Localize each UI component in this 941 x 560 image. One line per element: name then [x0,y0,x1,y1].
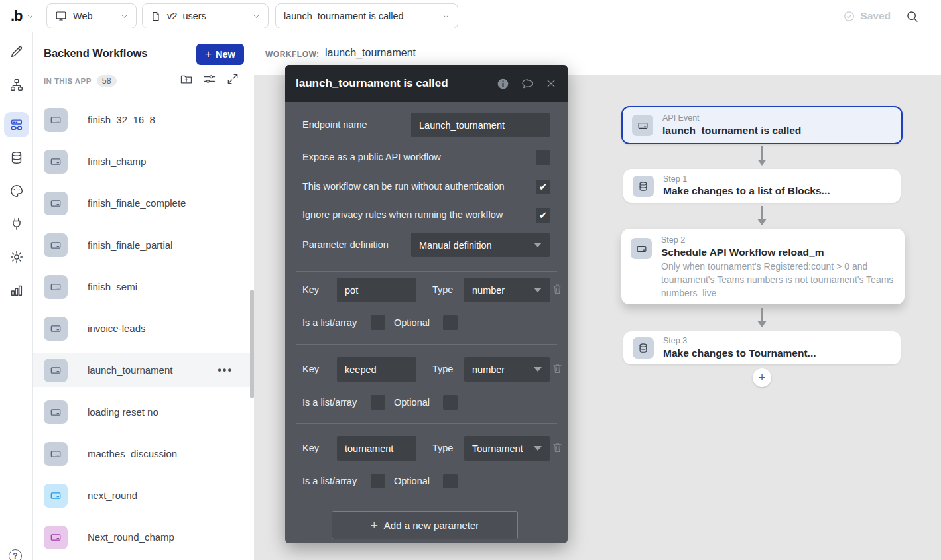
plugins-plug-icon[interactable] [4,211,29,237]
param-key-label: Key [302,284,319,295]
workflow-header-label: WORKFLOW: [265,50,320,59]
styles-palette-icon[interactable] [4,178,29,203]
param-type-select[interactable]: number [464,278,550,302]
topbar-divider [934,7,934,25]
param-key-label: Key [302,364,319,374]
workflow-header-name: launch_tournament [325,47,416,59]
api-workflow-icon [44,359,68,382]
workflow-item-label: loading reset no [88,406,158,418]
rail-separator [5,105,28,105]
workflow-sitemap-icon[interactable] [4,72,29,97]
workflow-item-label: finish_champ [88,156,146,167]
workflow-item-label: launch_tournament [88,364,172,376]
add-folder-icon[interactable] [180,72,193,85]
param-type-label: Type [432,364,453,374]
parameter-definition-select[interactable]: Manual definition [411,233,550,257]
ellipsis-menu-icon[interactable]: ••• [218,364,233,376]
logs-chart-icon[interactable] [4,278,29,303]
endpoint-name-label: Endpoint name [302,119,367,130]
new-workflow-button[interactable]: + New [196,44,244,65]
bubble-logo-menu[interactable]: .b [11,5,34,27]
delete-param-trash-icon[interactable] [552,362,563,375]
api-endpoint-icon [631,238,652,259]
expose-api-checkbox[interactable] [536,150,550,165]
bubble-logo: .b [11,7,23,25]
delete-param-trash-icon[interactable] [552,282,563,296]
platform-select[interactable]: Web [46,3,137,28]
flow-arrow-icon [757,205,767,227]
workflow-list-item[interactable]: macthes_discussion [33,437,254,471]
step-1-card[interactable]: Step 1 Make changes to a list of Blocks.… [623,169,901,203]
page-icon [151,11,161,22]
workflow-list-item[interactable]: finish_32_16_8 [33,103,254,137]
step-2-card[interactable]: Step 2 Schedule API Workflow reload_m On… [621,229,905,304]
param-key-input[interactable]: keeped [337,357,416,382]
database-icon [633,337,654,359]
workflow-list-item[interactable]: loading reset no [33,395,254,429]
delete-param-trash-icon[interactable] [552,441,563,454]
sidebar-tools [180,72,239,85]
run-without-auth-label: This workflow can be run without authent… [302,181,505,192]
is-list-label: Is a list/array [302,397,357,408]
add-step-button[interactable]: + [753,368,771,387]
workflow-select[interactable]: launch_tournament is called [275,3,458,28]
backend-workflows-icon[interactable] [4,112,29,137]
api-event-card[interactable]: API Event launch_tournament is called [621,106,903,144]
is-list-checkbox[interactable] [371,474,385,488]
page-select-value: v2_users [167,11,247,21]
settings-gear-icon[interactable] [4,245,29,270]
endpoint-name-input[interactable]: Launch_tournament [411,113,550,137]
workflow-list-item[interactable]: finish_finale_complete [33,186,254,220]
help-icon[interactable]: ? [9,549,22,560]
backend-workflows-sidebar: Backend Workflows + New IN THIS APP 58 f… [33,32,254,560]
workflow-list-item-selected[interactable]: launch_tournament ••• [33,353,254,387]
comment-icon[interactable] [520,77,535,91]
run-without-auth-checkbox[interactable] [536,180,550,194]
left-icon-rail: ? [0,32,33,560]
param-type-select[interactable]: Tournament [464,436,550,461]
add-parameter-button[interactable]: + Add a new parameter [332,511,518,539]
filter-sliders-icon[interactable] [203,72,216,85]
sidebar-scrollbar[interactable] [250,290,254,398]
modal-divider [296,344,557,345]
workflow-list-item[interactable]: finish_finale_partial [33,228,254,262]
workflow-list-item[interactable]: finish_champ [33,144,254,178]
step-3-card[interactable]: Step 3 Make changes to Tournament... [623,331,901,364]
optional-label: Optional [394,397,430,408]
optional-checkbox[interactable] [443,395,458,410]
is-list-checkbox[interactable] [371,315,385,330]
param-type-label: Type [432,284,453,295]
expose-api-label: Expose as a public API workflow [302,152,441,162]
optional-checkbox[interactable] [443,315,458,330]
workflow-list-item[interactable]: Next_round_champ [33,520,254,554]
database-icon [633,176,654,197]
workflow-list-item[interactable]: finish_semi [33,270,254,304]
param-key-input[interactable]: pot [337,278,416,302]
is-list-checkbox[interactable] [371,395,385,410]
is-list-label: Is a list/array [302,317,357,328]
workflow-list-item[interactable]: invoice-leads [33,311,254,345]
modal-header[interactable]: launch_tournament is called [285,65,568,102]
ignore-privacy-checkbox[interactable] [536,208,550,223]
param-key-input[interactable]: tournament [337,436,416,461]
workflow-item-label: finish_finale_partial [88,239,172,251]
ignore-privacy-label: Ignore privacy rules when running the wo… [302,209,503,220]
workflow-list-item[interactable]: next_round [33,478,254,512]
close-icon[interactable] [545,78,557,89]
workflow-item-label: Next_round_champ [88,532,174,543]
optional-checkbox[interactable] [443,474,458,488]
api-endpoint-icon [632,115,653,136]
page-select[interactable]: v2_users [142,3,269,28]
expand-icon[interactable] [226,72,239,85]
card-title: Make changes to Tournament... [663,347,816,360]
parameter-definition-label: Parameter definition [302,239,389,250]
plus-icon: + [205,48,212,61]
api-workflow-icon [44,192,68,215]
info-icon[interactable] [496,77,510,91]
design-pencil-icon[interactable] [4,39,29,64]
search-icon[interactable] [905,9,919,23]
modal-title: launch_tournament is called [296,77,496,90]
monitor-icon [55,10,67,22]
param-type-select[interactable]: number [464,357,550,382]
database-icon[interactable] [4,145,29,170]
